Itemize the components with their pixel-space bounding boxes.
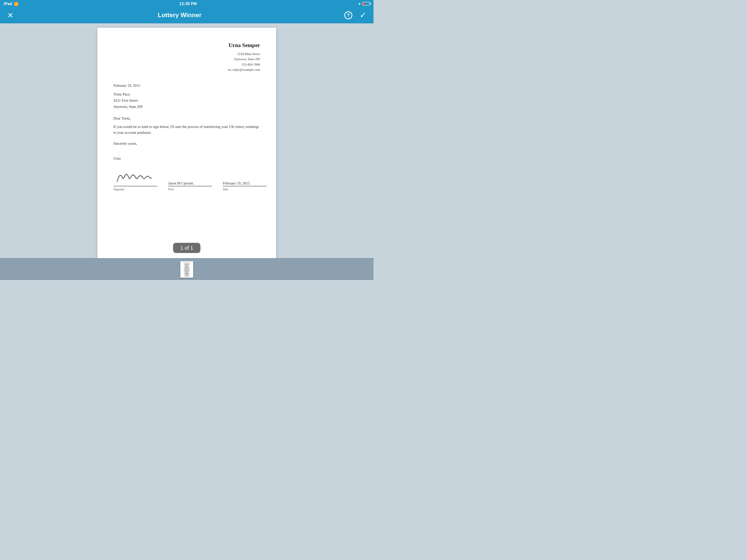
date-field: February 19, 2015 Date [223, 174, 267, 191]
signature-drawing [113, 171, 154, 186]
sender-address-line1: 1234 Main Street [113, 51, 260, 57]
sender-address-line2: Anytown, State ZIP [113, 57, 260, 62]
wifi-icon: 📶 [14, 2, 18, 6]
page-indicator: 1 of 1 [173, 243, 200, 253]
print-label: Print [168, 188, 212, 191]
signature-field: Signature [113, 171, 157, 191]
sender-details: 1234 Main Street Anytown, State ZIP 123-… [113, 51, 260, 73]
signature-label: Signature [113, 188, 157, 191]
status-bar: iPad 📶 12:38 PM ∗ [0, 0, 374, 7]
letter-body: If you would be so kind to sign below, I… [113, 124, 260, 136]
recipient-address-line1: 4321 First Street [113, 97, 260, 104]
signature-line [113, 171, 157, 186]
navigation-bar: ✕ Lottery Winner ? ✓ [0, 7, 374, 23]
sender-email: no_reply@example.com [113, 67, 260, 72]
close-button[interactable]: ✕ [6, 9, 15, 21]
date-line: February 19, 2015 [223, 174, 267, 186]
letter-document: Urna Semper 1234 Main Street Anytown, St… [97, 28, 276, 258]
battery-indicator [363, 2, 370, 5]
sender-first-name: Urna [113, 156, 260, 160]
recipient-address-line2: Anytown, State ZIP [113, 104, 260, 110]
letter-closing: Sincerely yours, [113, 141, 260, 145]
sender-name: Urna Semper [113, 42, 260, 48]
page-title: Lottery Winner [158, 12, 202, 19]
confirm-button[interactable]: ✓ [358, 9, 368, 22]
recipient-name: Trenz Puca [113, 91, 260, 97]
document-viewer: Urna Semper 1234 Main Street Anytown, St… [0, 23, 374, 258]
print-field: Jason M Cipriani Print [168, 174, 212, 191]
date-value: February 19, 2015 [223, 181, 250, 185]
letter-date: February 19, 2015 [113, 83, 260, 88]
help-button[interactable]: ? [344, 11, 352, 19]
page-indicator-container: 1 of 1 [173, 243, 200, 253]
bluetooth-icon: ∗ [358, 1, 361, 6]
print-line: Jason M Cipriani [168, 174, 212, 186]
thumbnail-bar [0, 258, 374, 280]
sender-phone: 123-456-7890 [113, 62, 260, 67]
sender-address: Urna Semper 1234 Main Street Anytown, St… [113, 42, 260, 73]
time-display: 12:38 PM [179, 1, 197, 6]
recipient-address: Trenz Puca 4321 First Street Anytown, St… [113, 91, 260, 110]
device-label: iPad [4, 1, 12, 6]
date-label: Date [223, 188, 267, 191]
signature-section: Signature Jason M Cipriani Print Februar… [113, 171, 260, 191]
salutation: Dear Trenz, [113, 116, 260, 120]
print-value: Jason M Cipriani [168, 181, 193, 185]
page-thumbnail[interactable] [180, 261, 193, 278]
